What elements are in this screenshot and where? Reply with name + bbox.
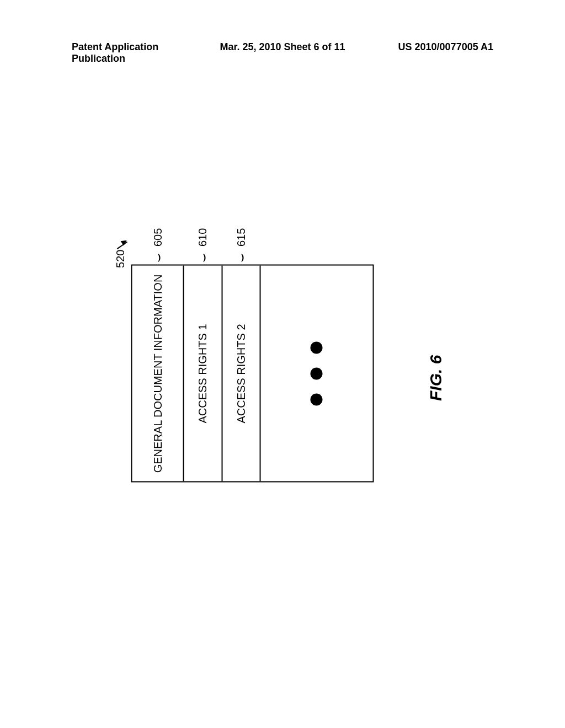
brace-icon: ⌣ [234,249,248,266]
brace-icon: ⌣ [195,249,210,266]
ellipsis-dot-icon [311,342,323,354]
row-access-rights-2: ACCESS RIGHTS 2 ⌣ 615 [222,266,260,481]
ellipsis-dot-icon [311,368,323,380]
row-label: GENERAL DOCUMENT INFORMATION [151,275,164,473]
reference-520-number: 520 [114,250,127,268]
figure-label: FIG. 6 [427,355,445,401]
reference-number: 605 [151,228,164,247]
reference-number: 615 [234,228,247,247]
reference-520: 520 [114,236,127,268]
ellipsis-dot-icon [311,394,323,406]
callout-605: ⌣ 605 [151,228,165,266]
header-publication-number: US 2010/0077005 A1 [353,41,493,65]
row-access-rights-1: ACCESS RIGHTS 1 ⌣ 610 [184,266,222,481]
brace-icon: ⌣ [151,249,165,266]
callout-615: ⌣ 615 [234,228,248,266]
arrow-icon [115,236,126,247]
reference-number: 610 [196,228,209,247]
header-publication-type: Patent Application Publication [72,41,212,65]
header-date-sheet: Mar. 25, 2010 Sheet 6 of 11 [212,41,353,65]
row-label: ACCESS RIGHTS 1 [196,324,209,423]
header-structure-table: 520 GENERAL DOCUMENT INFORMATION ⌣ 605 A… [131,265,374,483]
row-label: ACCESS RIGHTS 2 [234,324,247,423]
row-general-document-info: GENERAL DOCUMENT INFORMATION ⌣ 605 [132,266,184,481]
page-header: Patent Application Publication Mar. 25, … [0,41,565,65]
callout-610: ⌣ 610 [195,228,210,266]
row-ellipsis [260,266,372,481]
diagram-520: 520 GENERAL DOCUMENT INFORMATION ⌣ 605 A… [131,253,349,495]
